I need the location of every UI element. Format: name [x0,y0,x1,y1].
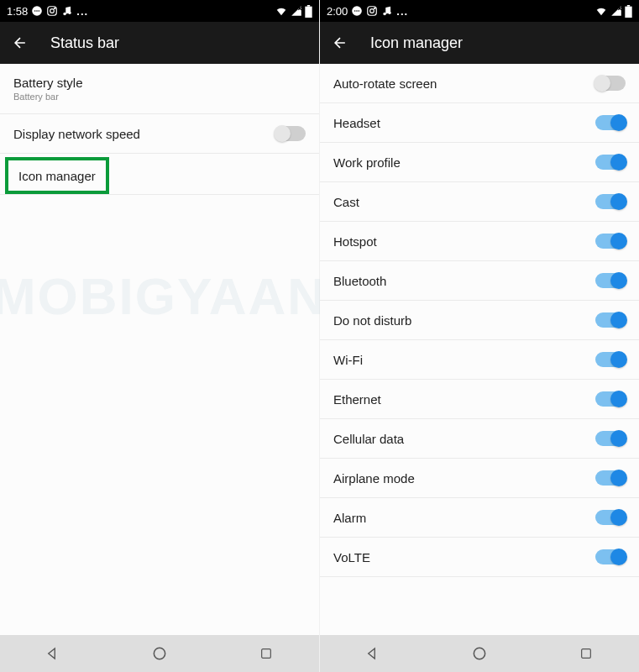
row-label: Cast [333,195,359,209]
toggle-bluetooth[interactable] [595,273,626,288]
svg-point-23 [388,12,391,14]
nav-home-button[interactable] [150,644,169,663]
toggle-auto-rotate-screen[interactable] [595,76,626,91]
page-title: Icon manager [370,34,463,52]
row-label: Battery style [13,76,83,90]
svg-rect-12 [305,6,312,17]
svg-rect-14 [261,649,270,659]
row-ethernet[interactable]: Ethernet [320,380,639,419]
row-label: Ethernet [333,392,381,407]
svg-rect-26 [627,5,630,7]
svg-point-7 [64,13,67,16]
row-label: Work profile [333,155,401,170]
nav-bar [320,635,639,672]
signal-icon [291,5,302,17]
row-label: Alarm [333,511,366,525]
row-label: Auto-rotate screen [333,76,437,91]
row-label: Display network speed [13,127,140,141]
row-display-network-speed[interactable]: Display network speed [0,114,319,154]
row-label: Wi-Fi [333,353,363,367]
app-bar: Icon manager [320,22,639,64]
svg-rect-27 [625,6,631,17]
nav-recent-button[interactable] [577,644,595,663]
toggle-alarm[interactable] [595,510,626,525]
svg-point-22 [384,13,387,16]
row-label: VoLTE [333,550,370,564]
row-wi-fi[interactable]: Wi-Fi [320,340,639,380]
svg-point-5 [50,9,55,13]
row-cast[interactable]: Cast [320,182,639,222]
messaging-icon [31,5,43,17]
toggle-display-network-speed[interactable] [275,126,306,141]
nav-bar [0,635,319,672]
icon-manager-list[interactable]: Auto-rotate screenHeadsetWork profileCas… [320,64,639,635]
wifi-icon [275,5,288,17]
svg-rect-29 [581,649,590,659]
wifi-icon [594,5,608,17]
nav-back-button[interactable] [44,644,62,663]
more-icon: ... [396,5,408,18]
svg-point-2 [36,10,38,12]
svg-point-21 [374,8,375,8]
messaging-icon [351,5,363,17]
battery-icon [625,5,632,18]
back-button[interactable] [12,34,29,51]
status-bar: 1:58 ... [0,0,319,22]
status-time: 2:00 [327,5,348,18]
status-bar: 2:00 ... [320,0,639,22]
more-icon: ... [76,5,88,18]
svg-rect-11 [307,5,310,7]
row-icon-manager[interactable]: Icon manager [5,157,109,194]
svg-point-16 [354,10,356,12]
row-alarm[interactable]: Alarm [320,498,639,538]
svg-point-6 [55,8,55,8]
toggle-work-profile[interactable] [595,155,626,170]
page-title: Status bar [50,34,119,52]
row-auto-rotate-screen[interactable]: Auto-rotate screen [320,64,639,103]
toggle-hotspot[interactable] [595,234,626,249]
settings-list: Battery style Battery bar Display networ… [0,64,319,635]
svg-point-13 [154,648,165,659]
phone-left: MOBIGYAAN 1:58 ... Status bar Battery st… [0,0,319,672]
back-button[interactable] [332,34,348,51]
row-label: Cellular data [333,432,404,446]
phone-right: 2:00 ... Icon manager Auto-rotate screen… [320,0,639,672]
app-bar: Status bar [0,22,319,64]
toggle-cellular-data[interactable] [595,431,626,446]
toggle-cast[interactable] [595,194,626,209]
svg-point-18 [359,10,360,12]
row-volte[interactable]: VoLTE [320,538,639,577]
toggle-ethernet[interactable] [595,391,626,407]
nav-home-button[interactable] [470,644,489,663]
toggle-do-not-disturb[interactable] [595,312,626,328]
svg-point-8 [68,12,71,14]
signal-icon [610,5,622,17]
music-icon [381,5,393,17]
toggle-wi-fi[interactable] [595,352,626,367]
row-sublabel: Battery bar [13,92,83,102]
music-icon [61,5,73,17]
row-work-profile[interactable]: Work profile [320,143,639,182]
row-bluetooth[interactable]: Bluetooth [320,261,639,301]
row-hotspot[interactable]: Hotspot [320,222,639,261]
nav-recent-button[interactable] [257,644,275,663]
instagram-icon [46,5,58,17]
svg-point-20 [370,9,374,13]
svg-point-28 [474,648,484,659]
row-label: Do not disturb [333,313,411,328]
row-airplane-mode[interactable]: Airplane mode [320,459,639,498]
row-label: Airplane mode [333,471,415,486]
svg-point-1 [34,10,36,12]
toggle-volte[interactable] [595,549,626,564]
svg-point-17 [356,10,358,12]
toggle-airplane-mode[interactable] [595,470,626,486]
row-headset[interactable]: Headset [320,103,639,143]
row-do-not-disturb[interactable]: Do not disturb [320,301,639,340]
nav-back-button[interactable] [364,644,382,663]
row-battery-style[interactable]: Battery style Battery bar [0,64,319,114]
row-label: Bluetooth [333,274,386,288]
row-cellular-data[interactable]: Cellular data [320,419,639,459]
toggle-headset[interactable] [595,115,626,130]
instagram-icon [366,5,378,17]
battery-icon [305,5,312,18]
